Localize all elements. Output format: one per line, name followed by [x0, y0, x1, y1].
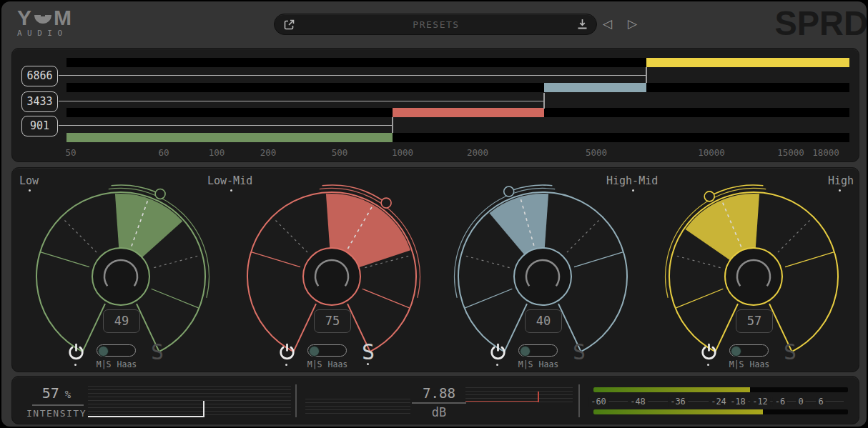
meter-tick--24: -24 [709, 397, 729, 407]
haas-label[interactable]: Haas [750, 359, 770, 369]
ms-label[interactable]: M|S [729, 359, 744, 369]
yum-audio-logo: Y M AUDIO [17, 8, 72, 38]
plugin-window: Y M AUDIO PRESETS [1, 1, 867, 427]
gain-value[interactable]: 7.88 [410, 385, 468, 401]
freq-axis-tick-18000: 18000 [812, 147, 839, 158]
knob[interactable] [514, 248, 571, 305]
width-value-box-low-mid[interactable]: 75 [314, 309, 351, 333]
gain-indicator-handle[interactable] [538, 392, 539, 402]
ms-label[interactable]: M|S [97, 359, 112, 369]
spectrum-panel: 6866343390150601002005001000200050001000… [11, 48, 859, 162]
crossover-6866-handle[interactable] [646, 67, 648, 83]
freq-axis-tick-5000: 5000 [586, 147, 607, 158]
power-icon [699, 342, 719, 361]
knob[interactable] [303, 248, 360, 305]
toggle-labels: M|SHaas [89, 359, 144, 369]
divider [295, 384, 297, 417]
haas-label[interactable]: Haas [539, 359, 559, 369]
band-dial-high-mid: 40M|SHaasS [437, 168, 648, 373]
width-pin-handle[interactable] [155, 189, 165, 199]
meter-tick-6: 6 [816, 397, 825, 407]
power-indicator-dot [496, 364, 498, 366]
gauge-range-arm [574, 252, 623, 267]
preset-prev-button[interactable]: ◁ [603, 16, 612, 31]
toggle-knob[interactable] [731, 346, 741, 357]
intensity-slider[interactable] [88, 386, 291, 417]
haas-label[interactable]: Haas [117, 359, 137, 369]
preset-export-icon[interactable] [283, 19, 295, 31]
toggle-knob[interactable] [309, 346, 320, 357]
intensity-value: 57 [42, 384, 59, 402]
knob[interactable] [92, 248, 149, 305]
gauge-svg-high [648, 168, 859, 373]
power-indicator-dot [74, 364, 77, 366]
meter-tick-0: 0 [796, 397, 805, 407]
meter-tick--18: -18 [728, 397, 748, 407]
ms-label[interactable]: M|S [307, 359, 322, 369]
gauge-dashed-mark [154, 256, 198, 268]
power-icon [488, 342, 508, 361]
intensity-unit: % [65, 389, 71, 400]
gauge-dashed-mark [465, 256, 510, 268]
crossover-6866-box[interactable]: 6866 [21, 66, 58, 86]
meter-bar-left [593, 387, 848, 392]
meter-tick--36: -36 [668, 397, 688, 407]
freq-axis-tick-10000: 10000 [698, 147, 725, 158]
gauge-dashed-mark [567, 220, 599, 252]
ms-haas-toggle-low-mid[interactable] [307, 344, 347, 357]
crossover-901-box[interactable]: 901 [21, 116, 58, 136]
power-icon [277, 342, 297, 361]
crossover-901-handle[interactable] [392, 117, 394, 133]
solo-button-low-mid[interactable]: S [359, 339, 378, 364]
gauge-dashed-mark [275, 220, 307, 252]
preset-name[interactable]: PRESETS [295, 19, 577, 30]
preset-next-button[interactable]: ▷ [628, 16, 637, 31]
width-pin-handle[interactable] [704, 191, 714, 201]
gauge-range-arm [363, 289, 410, 308]
solo-button-low[interactable]: S [148, 339, 167, 364]
knob[interactable] [725, 248, 782, 305]
ms-haas-toggle-low[interactable] [97, 344, 136, 357]
intensity-indicator-line [88, 416, 204, 417]
gauge-svg-low-mid [226, 168, 438, 373]
header: Y M AUDIO PRESETS [1, 1, 867, 47]
width-pin-handle[interactable] [504, 186, 514, 196]
meter-tick--12: -12 [750, 397, 770, 407]
intensity-indicator-handle[interactable] [203, 401, 205, 417]
solo-button-high-mid[interactable]: S [570, 339, 588, 364]
width-value-box-high[interactable]: 57 [736, 309, 773, 333]
freq-axis-tick-2000: 2000 [467, 147, 488, 158]
crossover-3433-box[interactable]: 3433 [21, 91, 58, 112]
gain-slider-right[interactable] [465, 387, 573, 404]
intensity-readout: 57% INTENSITY [22, 384, 91, 419]
ms-label[interactable]: M|S [518, 359, 533, 369]
footer-panel: 57% INTENSITY 7.88 dB -60-48-36-24-18-12… [11, 376, 859, 424]
ms-haas-toggle-high-mid[interactable] [518, 344, 558, 357]
gauge-range-arm [152, 289, 199, 308]
gain-unit: dB [410, 405, 468, 419]
freq-axis-tick-500: 500 [332, 147, 348, 158]
width-value-box-high-mid[interactable]: 40 [525, 309, 562, 333]
preset-save-icon[interactable] [577, 19, 588, 30]
toggle-knob[interactable] [98, 346, 109, 357]
toggle-knob[interactable] [520, 346, 531, 357]
crossover-6866-line [59, 75, 646, 76]
meter-fill-left [593, 387, 750, 392]
haas-label[interactable]: Haas [328, 359, 348, 369]
gain-slider-left[interactable] [305, 399, 410, 415]
meter-tick--48: -48 [628, 397, 648, 407]
width-value-box-low[interactable]: 49 [103, 309, 140, 333]
preset-bar[interactable]: PRESETS [274, 14, 597, 35]
meter-tick--60: -60 [588, 397, 608, 407]
band-range-low-mid [393, 108, 544, 117]
solo-button-high[interactable]: S [781, 339, 799, 364]
meter-fill-right [593, 409, 763, 414]
bowl-icon [34, 14, 52, 25]
gauge-range-arm [785, 252, 834, 267]
crossover-3433-handle[interactable] [543, 93, 546, 109]
spectrum-track [66, 83, 849, 92]
width-pin-handle[interactable] [381, 198, 391, 208]
ms-haas-toggle-high[interactable] [729, 344, 769, 357]
band-dial-high: 57M|SHaasS [648, 168, 859, 373]
gain-indicator-line [465, 401, 538, 402]
